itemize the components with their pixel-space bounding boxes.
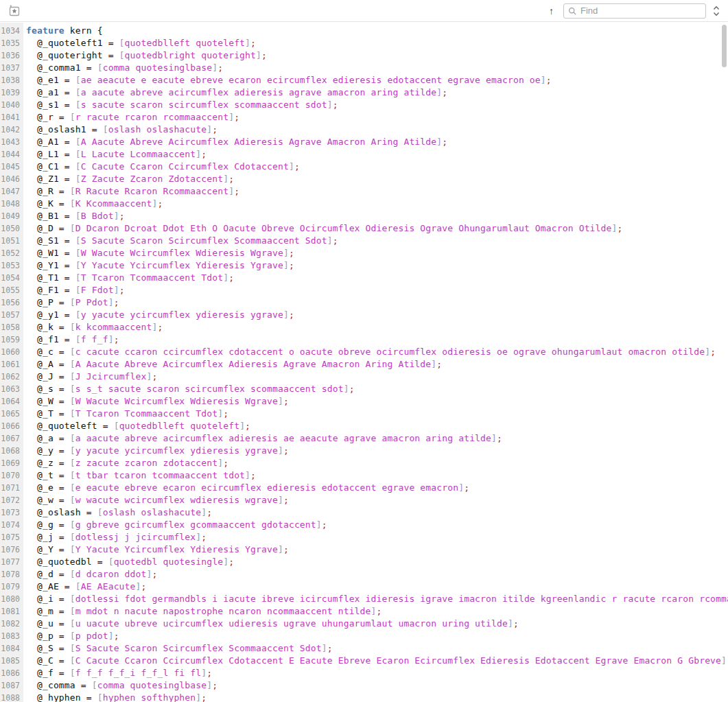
code-line[interactable]: @_s1 = [s sacute scaron scircumflex scom… (23, 99, 728, 111)
code-line[interactable]: @_g = [g gbreve gcircumflex gcommaaccent… (23, 519, 728, 531)
code-token: ] (278, 396, 283, 406)
line-number: 1075 (0, 531, 23, 543)
code-line[interactable]: @_A = [A Aacute Abreve Acircumflex Adier… (23, 358, 728, 371)
code-line[interactable]: @_C = [C Cacute Ccaron Ccircumflex Cdota… (23, 655, 728, 667)
chevron-up-icon[interactable] (712, 5, 721, 11)
code-line[interactable]: @_S1 = [S Sacute Scaron Scircumflex Scom… (23, 235, 728, 247)
code-line[interactable]: @_Z1 = [Z Zacute Zcaron Zdotaccent]; (23, 173, 728, 185)
code-token: @_g = (26, 519, 70, 530)
code-token: [ (103, 124, 108, 134)
code-token: [ (70, 223, 75, 233)
line-number: 1039 (0, 86, 23, 99)
code-token: @_s1 = (26, 100, 75, 110)
line-number: 1036 (0, 49, 23, 62)
code-line[interactable]: @_quoteright = [quotedblright quoteright… (23, 49, 728, 62)
code-line[interactable]: @_T = [T Tcaron Tcommaaccent Tdot]; (23, 408, 728, 420)
code-token: ] (327, 235, 333, 246)
code-token: @_i = (26, 594, 70, 604)
code-token: [ (70, 594, 75, 604)
code-token: @_e = (26, 482, 70, 493)
code-token: [ (97, 62, 103, 73)
code-token: ; (201, 532, 207, 542)
code-line[interactable]: @_s = [s s_t sacute scaron scircumflex s… (23, 383, 728, 395)
code-line[interactable]: @_P = [P Pdot]; (23, 296, 728, 309)
code-lines[interactable]: feature kern { @_quoteleft1 = [quotedbll… (23, 23, 728, 702)
code-token: ] (283, 260, 289, 270)
code-line[interactable]: @_t = [t tbar tcaron tcommaaccent tdot]; (23, 469, 728, 482)
code-line[interactable]: @_W = [W Wacute Wcircumflex Wdieresis Wg… (23, 395, 728, 408)
code-token: ; (218, 62, 223, 73)
code-line[interactable]: @_D = [D Dcaron Dcroat Ddot Eth O Oacute… (23, 222, 728, 235)
code-token: ] (541, 75, 546, 85)
code-token: [ (119, 38, 125, 48)
code-line[interactable]: @_C1 = [C Cacute Ccaron Ccircumflex Cdot… (23, 161, 728, 173)
code-line[interactable]: @_a = [a aacute abreve acircumflex adier… (23, 432, 728, 445)
code-line[interactable]: @_F1 = [F Fdot]; (23, 284, 728, 296)
code-line[interactable]: @_J = [J Jcircumflex]; (23, 371, 728, 383)
code-line[interactable]: @_c = [c cacute ccaron ccircumflex cdota… (23, 346, 728, 358)
code-line[interactable]: @_Y = [Y Yacute Ycircumflex Ydieresis Yg… (23, 543, 728, 556)
code-token: @_s = (26, 384, 70, 394)
code-line[interactable]: @_j = [dotlessj j jcircumflex]; (23, 531, 728, 543)
code-token: @_P = (26, 297, 70, 307)
code-line[interactable]: @_i = [dotlessi fdot germandbls i iacute… (23, 593, 728, 605)
code-line[interactable]: @_comma = [comma quotesinglbase]; (23, 679, 728, 692)
chevron-down-icon[interactable] (712, 11, 721, 17)
code-line[interactable]: @_quotedbl = [quotedbl quotesingle]; (23, 556, 728, 568)
code-line[interactable]: @_R = [R Racute Rcaron Rcommaaccent]; (23, 185, 728, 198)
code-line[interactable]: @_f1 = [f f_f]; (23, 334, 728, 346)
code-token: ; (250, 470, 256, 480)
code-line[interactable]: @_S = [S Sacute Scaron Scircumflex Scomm… (23, 642, 728, 655)
code-line[interactable]: @_W1 = [W Wacute Wcircumflex Wdieresis W… (23, 247, 728, 259)
code-line[interactable]: @_comma1 = [comma quotesinglbase]; (23, 62, 728, 74)
code-line[interactable]: @_K = [K Kcommaaccent]; (23, 198, 728, 210)
code-line[interactable]: @_quoteleft = [quotedblleft quoteleft]; (23, 420, 728, 432)
code-token: ] (147, 371, 152, 382)
code-line[interactable]: @_k = [k kcommaaccent]; (23, 321, 728, 334)
line-number: 1047 (0, 185, 23, 198)
line-number: 1087 (0, 679, 23, 692)
code-line[interactable]: @_B1 = [B Bdot]; (23, 210, 728, 222)
code-line[interactable]: @_y1 = [y yacute ycircumflex ydieresis y… (23, 309, 728, 321)
code-token: @_c = (26, 347, 70, 357)
code-line[interactable]: @_Y1 = [Y Yacute Ycircumflex Ydieresis Y… (23, 259, 728, 272)
code-line[interactable]: @_quoteleft1 = [quotedblleft quoteleft]; (23, 37, 728, 49)
code-line[interactable]: @_e1 = [ae aeacute e eacute ebreve ecaro… (23, 74, 728, 86)
code-token: [ (70, 569, 75, 579)
code-line[interactable]: @_m = [m mdot n nacute napostrophe ncaro… (23, 605, 728, 618)
code-token: [ (114, 421, 119, 431)
bookmark-star-icon[interactable] (7, 3, 22, 19)
code-line[interactable]: @_A1 = [A Aacute Abreve Acircumflex Adie… (23, 136, 728, 148)
line-number: 1049 (0, 210, 23, 222)
code-token: ; (283, 495, 289, 505)
code-line[interactable]: @_u = [u uacute ubreve ucircumflex udier… (23, 618, 728, 630)
code-line[interactable]: @_f = [f f_f f_f_i f_f_l fi fl]; (23, 667, 728, 679)
code-line[interactable]: @_d = [d dcaron ddot]; (23, 568, 728, 581)
code-token: @_m = (26, 606, 70, 616)
code-line[interactable]: @_p = [p pdot]; (23, 630, 728, 642)
code-line[interactable]: feature kern { (23, 25, 728, 37)
code-line[interactable]: @_oslash = [oslash oslashacute]; (23, 506, 728, 519)
code-line[interactable]: @_r = [r racute rcaron rcommaaccent]; (23, 111, 728, 124)
code-line[interactable]: @_hyphen = [hyphen softhyphen]; (23, 692, 728, 702)
glyph-class-token: dotlessi fdot germandbls i iacute ibreve… (75, 594, 728, 604)
code-line[interactable]: @_w = [w wacute wcircumflex wdieresis wg… (23, 494, 728, 506)
feature-code-editor[interactable]: 1034103510361037103810391040104110421043… (0, 23, 728, 702)
glyph-class-token: D Dcaron Dcroat Ddot Eth O Oacute Obreve… (75, 223, 612, 233)
code-line[interactable]: @_L1 = [L Lacute Lcommaaccent]; (23, 148, 728, 161)
code-line[interactable]: @_oslash1 = [oslash oslashacute]; (23, 124, 728, 136)
up-arrow-icon[interactable]: ↑ (549, 6, 554, 16)
code-line[interactable]: @_T1 = [T Tcaron Tcommaaccent Tdot]; (23, 272, 728, 284)
find-input[interactable] (563, 3, 706, 19)
scrollbar-thumb[interactable] (722, 25, 727, 67)
find-stepper (712, 5, 721, 17)
glyph-class-token: Y Yacute Ycircumflex Ydieresis Ygrave (75, 544, 278, 554)
code-line[interactable]: @_a1 = [a aacute abreve acircumflex adie… (23, 86, 728, 99)
code-line[interactable]: @_AE = [AE AEacute]; (23, 581, 728, 593)
line-number: 1074 (0, 519, 23, 531)
code-line[interactable]: @_y = [y yacute ycircumflex ydieresis yg… (23, 445, 728, 457)
glyph-class-token: w wacute wcircumflex wdieresis wgrave (75, 495, 278, 505)
code-line[interactable]: @_e = [e eacute ebreve ecaron ecircumfle… (23, 482, 728, 494)
code-line[interactable]: @_z = [z zacute zcaron zdotaccent]; (23, 457, 728, 469)
line-number: 1077 (0, 556, 23, 568)
